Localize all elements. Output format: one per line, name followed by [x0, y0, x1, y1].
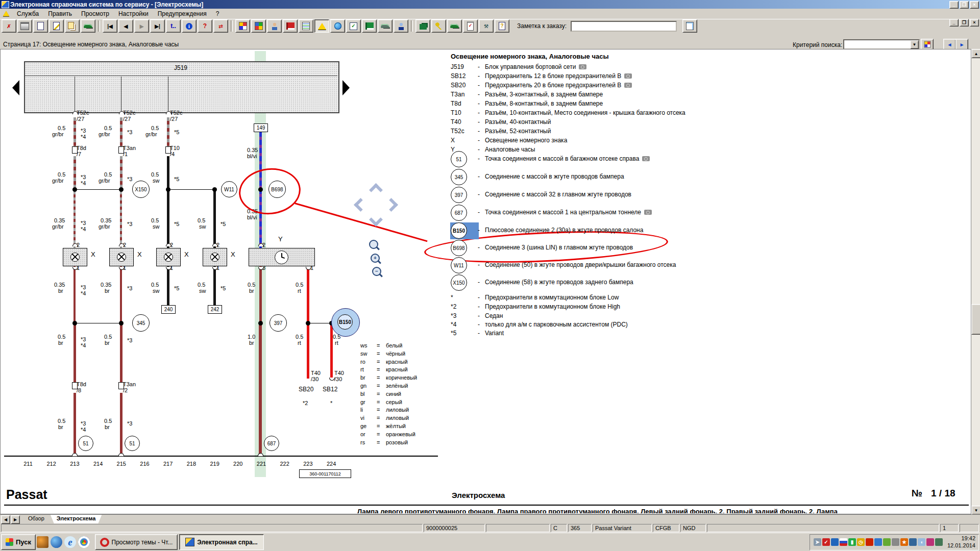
clock-date: 12.01.2014: [947, 542, 975, 549]
toolbar-warnings-button[interactable]: [314, 19, 329, 33]
toolbar-tools-button[interactable]: ⚒: [479, 19, 494, 33]
tray-check-icon[interactable]: ✓: [822, 538, 830, 546]
tab-scroll-left[interactable]: ◀: [1, 515, 10, 524]
toolbar-t-link-button[interactable]: t..: [166, 19, 181, 33]
tray-lang-flag-icon[interactable]: [840, 538, 847, 546]
maximize-button[interactable]: ❐: [960, 1, 969, 9]
zoom-out-icon[interactable]: −: [372, 267, 381, 276]
next-page-preview: Лампа левого противотуманного фонаря, Ла…: [357, 508, 970, 513]
window-title: Электронная справочная система по сервис…: [10, 1, 203, 8]
menu-Предупреждения[interactable]: Предупреждения: [153, 9, 211, 18]
parts-grid-icon: [239, 22, 247, 30]
toolbar-close-schematic-button[interactable]: ✗: [2, 19, 16, 33]
toolbar-checklist-button[interactable]: ✓: [346, 19, 361, 33]
toolbar-protocol-button[interactable]: ✓: [463, 19, 478, 33]
page-next-button[interactable]: ▸: [955, 39, 968, 50]
tray-stop-icon[interactable]: [866, 538, 873, 546]
app-icon: [2, 1, 9, 8]
toolbar-vehicle-data-button[interactable]: [378, 19, 393, 33]
toolbar-copy-documents-button[interactable]: [65, 19, 80, 33]
toolbar-print-button[interactable]: [17, 19, 32, 33]
tray-dot-icon[interactable]: [926, 538, 934, 546]
elsa-icon: [185, 538, 194, 546]
schematic-view: [0, 49, 980, 514]
tray-network-icon[interactable]: [935, 538, 943, 546]
tray-printer-icon[interactable]: [892, 538, 899, 546]
task-button-browser[interactable]: Просмотр темы - Чт...: [95, 534, 178, 550]
order-note-input[interactable]: [571, 21, 677, 32]
menu-Просмотр[interactable]: Просмотр: [77, 9, 114, 18]
toolbar: ✗|◀◀▶▶|t..i?⇄✓✓⚒? Заметка к заказу:: [0, 19, 980, 33]
menu-Править[interactable]: Править: [43, 9, 77, 18]
scroll-up-button[interactable]: ▲: [971, 49, 980, 58]
status-cell-0: [1, 524, 423, 532]
toolbar-info-button[interactable]: i: [182, 19, 197, 33]
tray-signal-icon[interactable]: ▮: [848, 538, 856, 546]
tab-scroll-right[interactable]: ▶: [11, 515, 20, 524]
menu-Настройки[interactable]: Настройки: [114, 9, 153, 18]
close-button[interactable]: ×: [970, 1, 979, 9]
toolbar-help-button[interactable]: ?: [198, 19, 212, 33]
menu-?[interactable]: ?: [211, 9, 224, 18]
tab-Обзор[interactable]: Обзор: [22, 515, 51, 523]
toolbar-components-grid-button[interactable]: [251, 19, 266, 33]
toolbar-doc-help-button[interactable]: ?: [495, 19, 509, 33]
tray-shield-icon[interactable]: [883, 538, 891, 546]
tray-monitor-icon[interactable]: [909, 538, 917, 546]
toolbar-refresh-button[interactable]: ⇄: [213, 19, 228, 33]
toolbar-nav-prev-button[interactable]: ◀: [118, 19, 133, 33]
footer-divider: [4, 505, 969, 506]
warnings-icon: [318, 23, 326, 30]
user-icon: [398, 22, 405, 30]
tray-volume-icon[interactable]: ◖: [918, 538, 925, 546]
toolbar-new-document-button[interactable]: [33, 19, 48, 33]
status-cell-C: C: [551, 524, 567, 532]
tray-globe-icon[interactable]: [831, 538, 839, 546]
toolbar-nav-next-button[interactable]: ▶: [134, 19, 149, 33]
toolbar-list-view-button[interactable]: [299, 19, 313, 33]
toolbar-parts-grid-button[interactable]: [235, 19, 250, 33]
vertical-scrollbar[interactable]: ▲ ▼: [971, 49, 980, 514]
toolbar-user-button[interactable]: [394, 19, 408, 33]
toolbar-order-note-button[interactable]: [682, 19, 697, 33]
search-execute-button[interactable]: [921, 39, 934, 50]
toolbar-nav-first-button[interactable]: |◀: [103, 19, 117, 33]
toolbar-book-3d-button[interactable]: [415, 19, 430, 33]
toolbar-customer-button[interactable]: [267, 19, 282, 33]
zoom-in-icon[interactable]: +: [371, 254, 380, 263]
toolbar-globe-button[interactable]: [330, 19, 345, 33]
toolbar-separator: [98, 20, 100, 32]
toolbar-separator: [411, 20, 413, 32]
tab-Электросхема[interactable]: Электросхема: [51, 515, 102, 523]
scroll-thumb[interactable]: [971, 304, 980, 335]
toolbar-vehicle-button[interactable]: [81, 19, 95, 33]
toolbar-nav-last-button[interactable]: ▶|: [150, 19, 165, 33]
page-prev-button[interactable]: ◂: [943, 39, 956, 50]
toolbar-manual-red-button[interactable]: [283, 19, 298, 33]
tray-update-icon[interactable]: ★: [900, 538, 908, 546]
start-button[interactable]: Пуск: [1, 534, 36, 550]
toolbar-car-key-button[interactable]: [431, 19, 446, 33]
toolbar-key-help-button[interactable]: [447, 19, 462, 33]
customer-icon: [271, 22, 278, 30]
menu-Служба[interactable]: Служба: [12, 9, 43, 18]
quicklaunch-icon-1[interactable]: [37, 536, 48, 548]
quicklaunch-icon-2[interactable]: [51, 536, 62, 548]
quicklaunch-icon-4[interactable]: [78, 536, 90, 548]
minimize-button[interactable]: _: [949, 1, 959, 9]
tray-scheduler-icon[interactable]: ◷: [857, 538, 865, 546]
application-window: Электронная справочная система по сервис…: [0, 0, 980, 551]
task-button-elsa[interactable]: Электронная спра...: [179, 534, 264, 550]
zoom-lens-icon[interactable]: [369, 240, 378, 249]
quicklaunch-icon-3[interactable]: e: [64, 536, 76, 548]
status-cell-9000000025: 9000000025: [424, 524, 485, 532]
toolbar-separator: [231, 20, 233, 32]
scroll-down-button[interactable]: ▼: [971, 506, 980, 515]
search-combo[interactable]: ▼: [843, 39, 920, 49]
toolbar-edit-document-button[interactable]: [49, 19, 64, 33]
taskbar: Пуск e Просмотр темы - Чт... Электронная…: [0, 533, 980, 551]
tray-disk-icon[interactable]: [874, 538, 882, 546]
toolbar-manual-green-button[interactable]: [362, 19, 377, 33]
tray-pointer-icon[interactable]: ➤: [814, 538, 821, 546]
combo-dropdown-icon[interactable]: ▼: [910, 40, 919, 49]
